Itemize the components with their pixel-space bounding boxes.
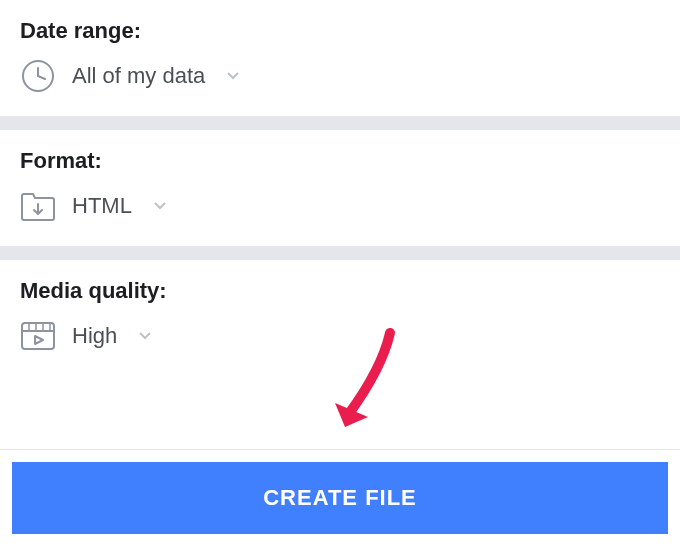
format-value: HTML (72, 193, 132, 219)
svg-line-2 (38, 76, 45, 79)
chevron-down-icon (139, 332, 151, 340)
media-quality-dropdown[interactable]: High (20, 318, 660, 354)
media-icon (20, 318, 56, 354)
date-range-dropdown[interactable]: All of my data (20, 58, 660, 94)
format-label: Format: (20, 148, 660, 174)
clock-icon (20, 58, 56, 94)
divider (0, 116, 680, 130)
folder-download-icon (20, 188, 56, 224)
date-range-label: Date range: (20, 18, 660, 44)
date-range-section: Date range: All of my data (0, 0, 680, 116)
format-section: Format: HTML (0, 130, 680, 246)
create-file-button[interactable]: CREATE FILE (12, 462, 668, 534)
svg-rect-4 (22, 323, 54, 349)
media-quality-section: Media quality: High (0, 260, 680, 376)
chevron-down-icon (227, 72, 239, 80)
media-quality-value: High (72, 323, 117, 349)
format-dropdown[interactable]: HTML (20, 188, 660, 224)
button-area: CREATE FILE (0, 449, 680, 546)
media-quality-label: Media quality: (20, 278, 660, 304)
chevron-down-icon (154, 202, 166, 210)
date-range-value: All of my data (72, 63, 205, 89)
divider (0, 246, 680, 260)
